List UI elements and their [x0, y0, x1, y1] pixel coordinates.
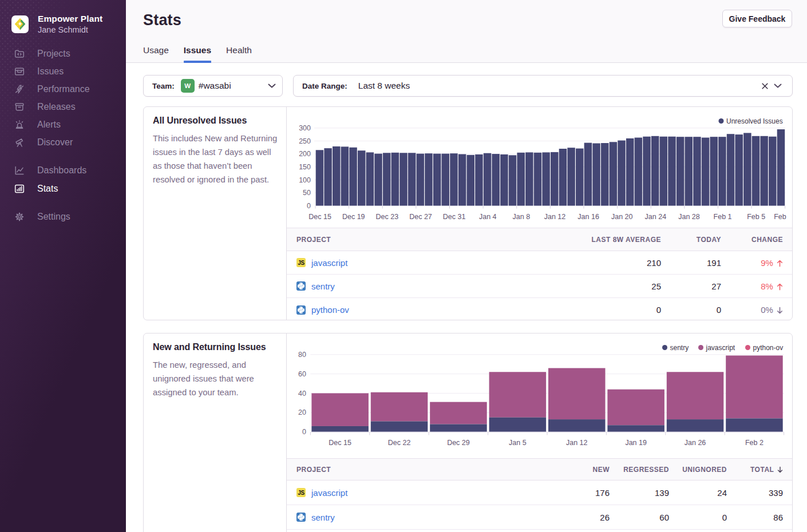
- svg-text:Jan 12: Jan 12: [566, 439, 588, 447]
- svg-text:Jan 5: Jan 5: [509, 439, 527, 447]
- svg-text:Dec 22: Dec 22: [388, 439, 411, 447]
- svg-text:0: 0: [302, 428, 306, 436]
- svg-text:Jan 8: Jan 8: [513, 213, 531, 221]
- svg-text:250: 250: [299, 137, 311, 145]
- svg-text:200: 200: [299, 150, 311, 158]
- svg-text:Feb 2: Feb 2: [745, 439, 764, 447]
- svg-text:Feb: Feb: [774, 213, 786, 221]
- svg-text:Dec 19: Dec 19: [342, 213, 365, 221]
- svg-text:Dec 15: Dec 15: [329, 439, 351, 447]
- svg-text:sentry: sentry: [670, 344, 689, 352]
- svg-text:Jan 12: Jan 12: [544, 213, 566, 221]
- svg-text:Jan 4: Jan 4: [479, 213, 497, 221]
- svg-text:50: 50: [303, 189, 311, 197]
- svg-text:80: 80: [298, 351, 306, 359]
- svg-text:300: 300: [299, 124, 311, 132]
- svg-text:Dec 15: Dec 15: [308, 213, 331, 221]
- svg-text:60: 60: [298, 370, 306, 378]
- svg-text:Feb 1: Feb 1: [714, 213, 732, 221]
- svg-text:Feb 5: Feb 5: [747, 213, 765, 221]
- svg-text:Dec 23: Dec 23: [376, 213, 399, 221]
- svg-text:Jan 16: Jan 16: [577, 213, 599, 221]
- svg-text:40: 40: [298, 390, 306, 398]
- svg-text:Jan 28: Jan 28: [678, 213, 700, 221]
- svg-text:Dec 27: Dec 27: [409, 213, 432, 221]
- svg-text:0: 0: [307, 202, 311, 210]
- svg-text:150: 150: [299, 163, 311, 171]
- svg-text:javascript: javascript: [706, 344, 735, 352]
- svg-text:Unresolved Issues: Unresolved Issues: [726, 117, 783, 125]
- svg-text:Jan 26: Jan 26: [685, 439, 706, 447]
- svg-text:Jan 19: Jan 19: [625, 439, 647, 447]
- svg-text:Dec 29: Dec 29: [447, 439, 470, 447]
- svg-text:Jan 20: Jan 20: [611, 213, 633, 221]
- svg-text:20: 20: [298, 408, 306, 416]
- svg-text:100: 100: [299, 176, 311, 184]
- svg-text:Jan 24: Jan 24: [645, 213, 667, 221]
- svg-text:python-ov: python-ov: [753, 344, 784, 352]
- svg-text:Dec 31: Dec 31: [443, 213, 466, 221]
